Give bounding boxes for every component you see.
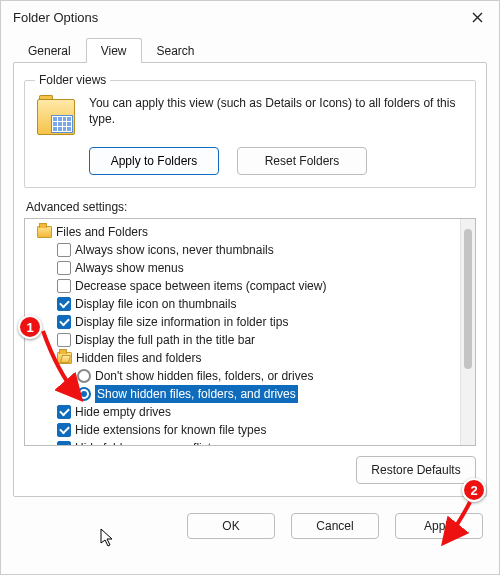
checkbox-icon[interactable] [57, 315, 71, 329]
option-display-file-size-tips[interactable]: Display file size information in folder … [27, 313, 458, 331]
tab-search[interactable]: Search [142, 38, 210, 63]
radio-show-hidden[interactable]: Show hidden files, folders, and drives [27, 385, 458, 403]
cancel-button[interactable]: Cancel [291, 513, 379, 539]
folder-views-group: Folder views You can apply this view (su… [24, 73, 476, 188]
tab-view[interactable]: View [86, 38, 142, 63]
restore-defaults-button[interactable]: Restore Defaults [356, 456, 476, 484]
close-icon [472, 12, 483, 23]
advanced-settings-tree[interactable]: Files and Folders Always show icons, nev… [24, 218, 476, 446]
tree-label: Hide folder merge conflicts [75, 439, 217, 445]
tabstrip: General View Search [1, 33, 499, 62]
folder-options-dialog: Folder Options General View Search Folde… [0, 0, 500, 575]
ok-button[interactable]: OK [187, 513, 275, 539]
advanced-settings-label: Advanced settings: [26, 200, 476, 214]
tree-label: Files and Folders [56, 223, 148, 241]
tab-general[interactable]: General [13, 38, 86, 63]
option-display-file-icon-thumbnails[interactable]: Display file icon on thumbnails [27, 295, 458, 313]
tree-label: Hidden files and folders [76, 349, 201, 367]
scrollbar[interactable] [460, 219, 475, 445]
close-button[interactable] [463, 5, 491, 29]
option-hide-merge-conflicts[interactable]: Hide folder merge conflicts [27, 439, 458, 445]
folder-icon [37, 226, 52, 238]
checkbox-icon[interactable] [57, 423, 71, 437]
tree-label: Hide empty drives [75, 403, 171, 421]
apply-button[interactable]: Apply [395, 513, 483, 539]
scrollbar-thumb[interactable] [464, 229, 472, 369]
titlebar: Folder Options [1, 1, 499, 33]
radio-dont-show-hidden[interactable]: Don't show hidden files, folders, or dri… [27, 367, 458, 385]
window-title: Folder Options [13, 10, 463, 25]
tree-label: Always show icons, never thumbnails [75, 241, 274, 259]
folder-view-icon [35, 95, 77, 137]
folder-views-legend: Folder views [35, 73, 110, 87]
checkbox-icon[interactable] [57, 243, 71, 257]
tree-label-selected: Show hidden files, folders, and drives [95, 385, 298, 403]
tree-label: Hide extensions for known file types [75, 421, 266, 439]
checkbox-icon[interactable] [57, 405, 71, 419]
option-display-full-path-titlebar[interactable]: Display the full path in the title bar [27, 331, 458, 349]
radio-icon[interactable] [77, 387, 91, 401]
checkbox-icon[interactable] [57, 297, 71, 311]
tree-label: Decrease space between items (compact vi… [75, 277, 326, 295]
tree-group-hidden-files[interactable]: Hidden files and folders [27, 349, 458, 367]
dialog-footer: OK Cancel Apply [1, 497, 499, 555]
advanced-settings-content: Files and Folders Always show icons, nev… [25, 219, 460, 445]
checkbox-icon[interactable] [57, 333, 71, 347]
tree-label: Don't show hidden files, folders, or dri… [95, 367, 313, 385]
tree-label: Display file size information in folder … [75, 313, 288, 331]
tree-group-files-and-folders[interactable]: Files and Folders [27, 223, 458, 241]
option-always-show-icons[interactable]: Always show icons, never thumbnails [27, 241, 458, 259]
option-compact-view[interactable]: Decrease space between items (compact vi… [27, 277, 458, 295]
tree-label: Display the full path in the title bar [75, 331, 255, 349]
checkbox-icon[interactable] [57, 441, 71, 445]
folder-views-text: You can apply this view (such as Details… [89, 95, 465, 127]
option-hide-empty-drives[interactable]: Hide empty drives [27, 403, 458, 421]
radio-icon[interactable] [77, 369, 91, 383]
checkbox-icon[interactable] [57, 261, 71, 275]
tab-body-view: Folder views You can apply this view (su… [13, 62, 487, 497]
reset-folders-button[interactable]: Reset Folders [237, 147, 367, 175]
option-hide-extensions[interactable]: Hide extensions for known file types [27, 421, 458, 439]
option-always-show-menus[interactable]: Always show menus [27, 259, 458, 277]
checkbox-icon[interactable] [57, 279, 71, 293]
apply-to-folders-button[interactable]: Apply to Folders [89, 147, 219, 175]
tree-label: Display file icon on thumbnails [75, 295, 236, 313]
folder-open-icon [57, 352, 72, 364]
tree-label: Always show menus [75, 259, 184, 277]
